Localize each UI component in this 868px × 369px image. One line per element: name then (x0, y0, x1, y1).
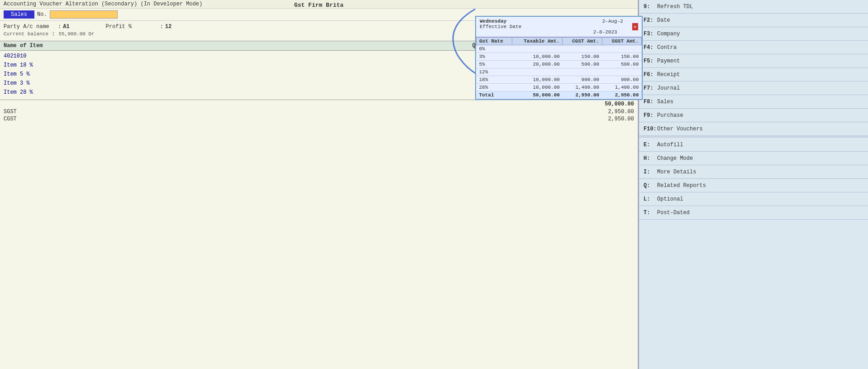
sidebar-label: Post-Dated (657, 210, 690, 216)
effective-value: 2-8-2023 (593, 29, 617, 35)
list-item: 5% 20,000.00 500.00 500.00 (477, 61, 642, 68)
sidebar-item-autofill[interactable]: E: Autofill (639, 138, 868, 152)
taxable-cell: 50,000.00 (512, 91, 563, 99)
sidebar-item-other-vouchers[interactable]: F10: Other Vouchers (639, 122, 868, 136)
sidebar-key: T: (644, 210, 657, 216)
gst-rate-cell: Total (477, 91, 512, 99)
gst-summary-table: Gst Rate Taxable Amt. CGST Amt. SGST Amt… (476, 37, 642, 99)
gst-rate-cell: 3% (477, 53, 512, 61)
cgst-amt-header: CGST Amt. (563, 38, 602, 45)
sgst-cell (602, 68, 641, 76)
sidebar-key: F2: (644, 17, 657, 24)
sidebar-item-journal[interactable]: F7: Journal (639, 81, 868, 95)
sidebar-label: Other Vouchers (657, 126, 703, 132)
item-name: Item 5 % (4, 71, 435, 77)
sidebar-label: Optional (657, 196, 683, 202)
sidebar-item-sales[interactable]: F8: Sales (639, 95, 868, 109)
sgst-cell: 2,950.00 (602, 91, 641, 99)
sidebar-label: Related Reports (657, 182, 706, 189)
gst-rate-cell: 18% (477, 76, 512, 84)
list-item: 18% 10,000.00 900.00 900.00 (477, 76, 642, 84)
sidebar-label: More Details (657, 169, 696, 175)
cgst-cell (563, 68, 602, 76)
list-item: 3% 10,000.00 150.00 150.00 (477, 53, 642, 61)
tax-value: 2,950.00 (584, 116, 634, 122)
tax-row: CGST 2,950.00 (0, 115, 638, 123)
cgst-cell: 2,950.00 (563, 91, 602, 99)
sidebar-item-date[interactable]: F2: Date (639, 14, 868, 27)
sidebar-label: Company (657, 31, 680, 37)
no-input[interactable] (50, 10, 118, 19)
sidebar-label: Change Mode (657, 155, 693, 162)
cgst-cell: 1,400.00 (563, 84, 602, 91)
sidebar-item-payment[interactable]: F5: Payment (639, 54, 868, 68)
gst-rate-cell: 0% (477, 45, 512, 53)
sidebar-key: F9: (644, 112, 657, 119)
taxable-cell: 10,000.00 (512, 53, 563, 61)
sidebar-spacer (639, 220, 868, 369)
cgst-cell: 900.00 (563, 76, 602, 84)
center-title: Gst Firm Brita (294, 2, 343, 9)
sidebar-label: Sales (657, 99, 673, 105)
sidebar-key: F4: (644, 44, 657, 51)
gst-rate-header: Gst Rate (477, 38, 512, 45)
cgst-cell: 500.00 (563, 61, 602, 68)
sgst-amt-header: SGST Amt. (602, 38, 641, 45)
sidebar-item-company[interactable]: F3: Company (639, 27, 868, 41)
no-label: No. (37, 11, 47, 18)
col-name-header: Name of Item (4, 43, 435, 49)
sales-button[interactable]: Sales (4, 10, 34, 19)
window-title: Accounting Voucher Alteration (Secondary… (4, 1, 202, 7)
item-name: Item 28 % (4, 89, 435, 96)
gst-rate-cell: 12% (477, 68, 512, 76)
subtotal-value: 50,000.00 (584, 101, 634, 107)
sgst-cell: 500.00 (602, 61, 641, 68)
sidebar-key: F10: (644, 126, 657, 132)
sidebar-item-more-details[interactable]: I: More Details (639, 165, 868, 179)
subtotal-row: 50,000.00 (0, 100, 638, 108)
sidebar-item-optional[interactable]: L: Optional (639, 192, 868, 206)
taxable-cell (512, 45, 563, 53)
sidebar-label: Autofill (657, 142, 683, 148)
taxable-cell: 10,000.00 (512, 84, 563, 91)
gst-popup-header: Wednesday 2-Aug-2 Effective Date 2-8-202… (476, 17, 642, 37)
date-section: Wednesday 2-Aug-2 Effective Date 2-8-202… (480, 19, 632, 35)
sidebar-item-related-reports[interactable]: Q: Related Reports (639, 179, 868, 192)
sidebar-item-refresh-tdl[interactable]: 9: Refresh TDL (639, 0, 868, 14)
balance-value: 55,900.00 Dr (58, 31, 94, 37)
sidebar-key: F3: (644, 31, 657, 37)
sidebar-label: Purchase (657, 112, 683, 119)
gst-close-button[interactable]: × (632, 23, 638, 30)
sidebar-item-receipt[interactable]: F6: Receipt (639, 68, 868, 81)
cgst-cell (563, 45, 602, 53)
taxable-cell: 20,000.00 (512, 61, 563, 68)
sidebar-label: Refresh TDL (657, 4, 693, 10)
cgst-cell: 150.00 (563, 53, 602, 61)
sgst-cell: 900.00 (602, 76, 641, 84)
sidebar-key: L: (644, 196, 657, 202)
tax-label: CGST (4, 116, 584, 122)
sidebar-item-purchase[interactable]: F9: Purchase (639, 109, 868, 122)
sidebar-divider (639, 137, 868, 137)
sidebar-key: F5: (644, 58, 657, 64)
list-item: Total 50,000.00 2,950.00 2,950.00 (477, 91, 642, 99)
taxable-amt-header: Taxable Amt. (512, 38, 563, 45)
sidebar-item-contra[interactable]: F4: Contra (639, 41, 868, 54)
sidebar-label: Receipt (657, 72, 680, 78)
gst-rate-cell: 28% (477, 84, 512, 91)
sidebar-key: Q: (644, 182, 657, 189)
sgst-cell: 150.00 (602, 53, 641, 61)
sidebar-key: H: (644, 155, 657, 162)
weekday: Wednesday (480, 19, 506, 24)
sidebar-item-post-dated[interactable]: T: Post-Dated (639, 206, 868, 220)
list-item: 0% (477, 45, 642, 53)
sidebar-item-change-mode[interactable]: H: Change Mode (639, 152, 868, 165)
sgst-cell: 1,400.00 (602, 84, 641, 91)
right-sidebar: 9: Refresh TDL F2: Date F3: Company F4: … (638, 0, 868, 369)
sidebar-key: 9: (644, 4, 657, 10)
item-name: Item 3 % (4, 80, 435, 86)
date-value: 2-Aug-2 (602, 19, 623, 24)
sidebar-label: Date (657, 17, 670, 24)
gst-rate-cell: 5% (477, 61, 512, 68)
sidebar-key: F6: (644, 72, 657, 78)
